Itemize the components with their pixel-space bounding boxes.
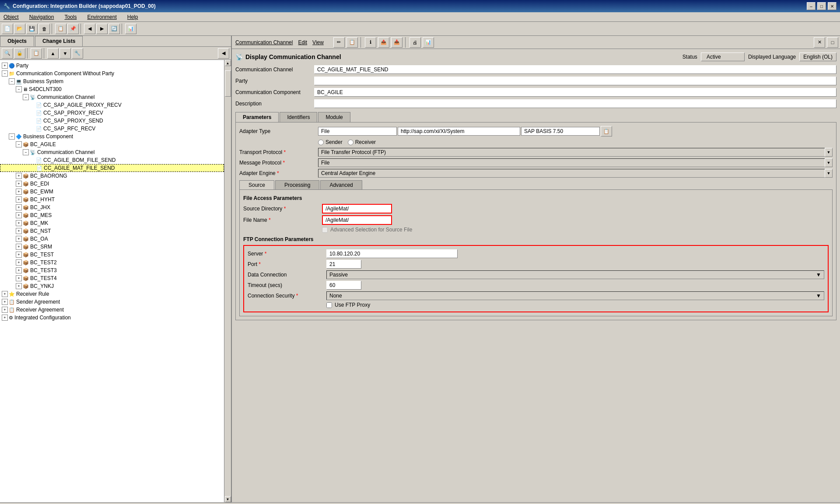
expand-bc-nst[interactable]: + (16, 228, 22, 234)
tab-objects[interactable]: Objects (0, 36, 34, 46)
expand-comm-channel-s4[interactable]: − (23, 94, 29, 100)
comm-component-field[interactable]: BC_AGILE (314, 88, 836, 97)
right-tool-max[interactable]: □ (827, 37, 838, 48)
tree-item-business-system[interactable]: − 💻 Business System (0, 77, 224, 85)
expand-bc-ewm[interactable]: + (16, 189, 22, 195)
right-tool-info[interactable]: ℹ (365, 37, 376, 48)
expand-bc-hyht[interactable]: + (16, 196, 22, 203)
timeout-input[interactable]: 60 (326, 281, 361, 290)
tab-parameters[interactable]: Parameters (235, 112, 279, 122)
toolbar-forward[interactable]: ▶ (96, 24, 108, 34)
adapter-engine-dropdown[interactable]: ▼ (825, 169, 833, 178)
party-field[interactable] (314, 77, 836, 85)
sub-tab-source[interactable]: Source (239, 180, 274, 189)
sub-tab-advanced[interactable]: Advanced (320, 180, 362, 189)
expand-integrated-config[interactable]: + (2, 315, 8, 321)
tab-module[interactable]: Module (318, 112, 350, 122)
tree-item-bc-edi[interactable]: + 📦 BC_EDI (0, 180, 224, 188)
menu-navigation[interactable]: Navigation (28, 13, 56, 21)
tree-item-sender-agreement[interactable]: + 📋 Sender Agreement (0, 298, 224, 306)
expand-bc-jhx[interactable]: + (16, 204, 22, 210)
tree-item-bc-mk[interactable]: + 📦 BC_MK (0, 219, 224, 227)
expand-receiver-rule[interactable]: + (2, 291, 8, 297)
tree-item-receiver-rule[interactable]: + ⭐ Receiver Rule (0, 290, 224, 298)
right-menu-edit[interactable]: Edit (296, 38, 309, 46)
transport-protocol-dropdown[interactable]: ▼ (825, 148, 833, 157)
right-menu-comm-channel[interactable]: Communication Channel (234, 38, 294, 46)
connection-security-dropdown[interactable]: None ▼ (326, 291, 824, 300)
tab-change-lists[interactable]: Change Lists (35, 36, 83, 46)
tree-item-cc-sap-proxy-send[interactable]: 📄 CC_SAP_PROXY_SEND (0, 117, 224, 125)
toolbar-refresh[interactable]: 🔄 (108, 24, 120, 34)
expand-bc-baorong[interactable]: + (16, 173, 22, 179)
tree-item-bc-test3[interactable]: + 📦 BC_TEST3 (0, 266, 224, 274)
tree-item-comm-comp[interactable]: − 📁 Communication Component Without Part… (0, 70, 224, 77)
menu-help[interactable]: Help (126, 13, 140, 21)
comm-channel-field[interactable]: CC_AGILE_MAT_FILE_SEND (314, 65, 836, 74)
radio-sender[interactable]: Sender (318, 139, 343, 145)
server-input[interactable]: 10.80.120.20 (326, 249, 458, 258)
scroll-down[interactable]: ▼ (225, 496, 231, 502)
tree-item-cc-sap-proxy-recv[interactable]: 📄 CC_SAP_PROXY_RECV (0, 109, 224, 117)
left-tool-4[interactable]: ▲ (47, 48, 59, 59)
description-field[interactable] (314, 99, 836, 108)
adapter-type-version[interactable]: SAP BASIS 7.50 (521, 127, 600, 136)
expand-bc-test2[interactable]: + (16, 259, 22, 266)
expand-bc-mk[interactable]: + (16, 220, 22, 226)
expand-bc-test[interactable]: + (16, 252, 22, 258)
toolbar-delete[interactable]: 🗑 (38, 24, 50, 34)
toolbar-back[interactable]: ◀ (84, 24, 95, 34)
toolbar-paste[interactable]: 📌 (67, 24, 79, 34)
expand-bc-ynkj[interactable]: + (16, 283, 22, 289)
tree-item-bc-agile[interactable]: − 📦 BC_AGILE (0, 140, 224, 148)
tree-item-bc-ewm[interactable]: + 📦 BC_EWM (0, 188, 224, 196)
left-tool-3[interactable]: 📋 (31, 48, 42, 59)
sub-tab-processing[interactable]: Processing (275, 180, 319, 189)
expand-s4dclnt300[interactable]: − (16, 86, 22, 92)
left-tool-1[interactable]: 🔍 (2, 48, 13, 59)
toolbar-copy[interactable]: 📋 (55, 24, 66, 34)
left-tool-collapse[interactable]: ◀ (218, 48, 229, 59)
tree-item-receiver-agreement[interactable]: + 📋 Receiver Agreement (0, 306, 224, 314)
toolbar-save[interactable]: 💾 (26, 24, 38, 34)
tree-item-comm-channel-agile[interactable]: − 📡 Communication Channel (0, 148, 224, 156)
tree-item-cc-sap-rfc-recv[interactable]: 📄 CC_SAP_RFC_RECV (0, 125, 224, 133)
expand-business-system[interactable]: − (9, 78, 15, 84)
left-tool-5[interactable]: ▼ (60, 48, 71, 59)
minimize-button[interactable]: – (807, 2, 816, 10)
adapter-type-ns[interactable]: http://sap.com/xi/XI/System (398, 127, 520, 136)
scroll-track[interactable] (225, 66, 231, 496)
expand-bc-oa[interactable]: + (16, 236, 22, 242)
radio-sender-input[interactable] (318, 140, 324, 145)
toolbar-new[interactable]: 📄 (2, 24, 13, 34)
right-tool-edit[interactable]: ✏ (333, 37, 345, 48)
tree-item-bc-test[interactable]: + 📦 BC_TEST (0, 251, 224, 259)
tree-item-s4dclnt300[interactable]: − 🖥 S4DCLNT300 (0, 85, 224, 93)
expand-comm-comp[interactable]: − (2, 70, 8, 77)
toolbar-extra[interactable]: 📊 (125, 24, 136, 34)
right-tool-print[interactable]: 🖨 (410, 37, 421, 48)
tree-item-bc-srm[interactable]: + 📦 BC_SRM (0, 243, 224, 251)
tree-item-bc-test2[interactable]: + 📦 BC_TEST2 (0, 259, 224, 266)
message-protocol-dropdown[interactable]: ▼ (825, 158, 833, 167)
expand-receiver-agreement[interactable]: + (2, 307, 8, 313)
tree-item-bc-baorong[interactable]: + 📦 BC_BAORONG (0, 172, 224, 180)
expand-bc-edi[interactable]: + (16, 181, 22, 187)
menu-tools[interactable]: Tools (63, 13, 78, 21)
data-connection-dropdown[interactable]: Passive ▼ (326, 270, 824, 279)
expand-comm-channel-agile[interactable]: − (23, 149, 29, 155)
tree-item-cc-sap-agile[interactable]: 📄 CC_SAP_AGILE_PROXY_RECV (0, 101, 224, 109)
radio-receiver-input[interactable] (348, 140, 354, 145)
tree-item-party[interactable]: + 🔵 Party (0, 62, 224, 70)
adapter-type-copy-btn[interactable]: 📋 (601, 126, 612, 136)
radio-receiver[interactable]: Receiver (348, 139, 376, 145)
tree-item-bc-test4[interactable]: + 📦 BC_TEST4 (0, 274, 224, 282)
toolbar-open[interactable]: 📂 (14, 24, 25, 34)
tree-item-bc-nst[interactable]: + 📦 BC_NST (0, 227, 224, 235)
tree-item-bc-jhx[interactable]: + 📦 BC_JHX (0, 203, 224, 211)
menu-environment[interactable]: Environment (85, 13, 118, 21)
close-button[interactable]: ✕ (828, 2, 836, 10)
tree-item-bc-oa[interactable]: + 📦 BC_OA (0, 235, 224, 243)
right-tool-export[interactable]: 📤 (378, 37, 389, 48)
tree-item-comm-channel-s4[interactable]: − 📡 Communication Channel (0, 93, 224, 101)
